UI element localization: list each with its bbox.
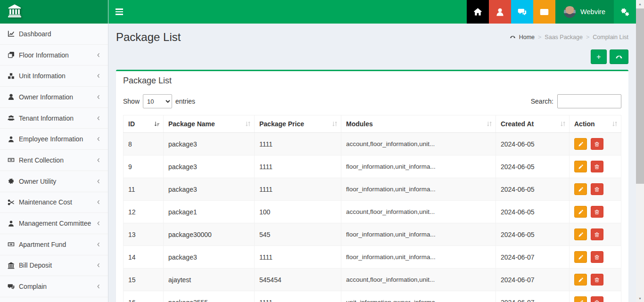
edit-button[interactable]	[574, 251, 587, 263]
nav-settings-button[interactable]	[614, 0, 636, 24]
edit-button[interactable]	[574, 138, 587, 150]
trash-icon	[594, 277, 600, 283]
sidebar-item-floor-information[interactable]: Floor Information	[0, 45, 108, 66]
nav-mail-button[interactable]	[533, 0, 555, 24]
sidebar-toggle-button[interactable]	[108, 0, 130, 24]
delete-button[interactable]	[591, 206, 603, 218]
cell-modules: unit_information,owner_informa...	[341, 291, 496, 302]
content-header: Package List Home > Saas Package > Compl…	[108, 24, 636, 45]
table-body: 8 package3 1111 account,floor_informatio…	[124, 133, 621, 302]
sidebar-item-bill-deposit[interactable]: Bill Deposit	[0, 255, 108, 277]
sidebar-item-unit-information[interactable]: Unit Information	[0, 65, 108, 87]
search-input[interactable]	[557, 94, 621, 108]
breadcrumb-home-link[interactable]: Home	[519, 34, 535, 41]
sidebar-item-rent-collection[interactable]: Rent Collection	[0, 150, 108, 171]
application-window: Dashboard Floor Information Unit Informa…	[0, 0, 644, 302]
table-row: 11 package3 1111 floor_information,unit_…	[124, 178, 621, 201]
nav-user-button[interactable]	[489, 0, 511, 24]
page-length-control: Show 10 entries	[123, 94, 195, 108]
sidebar-item-management-committee[interactable]: Management Committee	[0, 213, 108, 234]
avatar	[564, 6, 576, 18]
sidebar-item-complain[interactable]: Complain	[0, 276, 108, 297]
edit-button[interactable]	[574, 206, 587, 218]
sidebar-item-maintenance-cost[interactable]: Maintenance Cost	[0, 192, 108, 213]
trash-icon	[594, 232, 600, 237]
cell-modules: floor_information,unit_informa...	[341, 178, 496, 201]
cell-created-at: 2024-06-05	[496, 178, 570, 201]
column-header-modules[interactable]: Modules	[341, 115, 496, 133]
cell-id: 16	[124, 291, 164, 302]
sidebar-item-apartment-fund[interactable]: Apartment Fund	[0, 234, 108, 255]
delete-button[interactable]	[591, 229, 603, 240]
cogs-icon	[620, 8, 629, 16]
breadcrumb: Home > Saas Package > Complain List	[510, 34, 628, 41]
delete-button[interactable]	[591, 161, 603, 172]
cell-package-price: 100	[255, 201, 341, 223]
cell-created-at: 2024-06-07	[496, 269, 570, 291]
nav-home-button[interactable]	[467, 0, 489, 24]
column-header-package-name[interactable]: Package Name	[164, 115, 255, 133]
cell-action	[570, 178, 621, 201]
cubes-icon	[8, 73, 19, 80]
scrollbar[interactable]: ▲ ▼	[636, 0, 644, 302]
brand-logo[interactable]	[0, 0, 108, 24]
breadcrumb-separator: >	[538, 34, 541, 41]
cell-package-price: 1111	[255, 291, 341, 302]
sort-icon	[560, 121, 566, 127]
add-package-button[interactable]: +	[591, 49, 607, 64]
edit-button[interactable]	[574, 161, 587, 172]
pencil-icon	[578, 232, 584, 237]
delete-button[interactable]	[591, 183, 603, 195]
cell-action	[570, 223, 621, 246]
cell-package-name: ajaytest	[164, 269, 255, 291]
user-menu[interactable]: Webvire	[555, 0, 614, 24]
sidebar-item-employee-information[interactable]: Employee Information	[0, 129, 108, 150]
cell-created-at: 2024-06-05	[496, 155, 570, 178]
sidebar-item-owner-information[interactable]: Owner Information	[0, 87, 108, 108]
edit-button[interactable]	[574, 296, 587, 302]
cell-package-price: 1111	[255, 133, 341, 155]
scroll-down-arrow[interactable]: ▼	[636, 294, 644, 302]
sidebar-item-owner-utility[interactable]: Owner Utility	[0, 171, 108, 192]
sidebar-item-tenant-information[interactable]: Tenant Information	[0, 108, 108, 129]
edit-button[interactable]	[574, 183, 587, 195]
scroll-up-arrow[interactable]: ▲	[636, 0, 644, 8]
money-icon	[8, 241, 19, 248]
money-icon	[8, 156, 19, 163]
sort-icon	[331, 121, 338, 127]
entries-select[interactable]: 10	[143, 94, 172, 108]
cell-package-name: package3	[164, 246, 255, 269]
cell-modules: account,floor_information,unit...	[341, 269, 496, 291]
chevron-left-icon	[96, 284, 101, 289]
sidebar-menu: Dashboard Floor Information Unit Informa…	[0, 24, 108, 297]
pencil-icon	[578, 141, 584, 147]
column-header-action[interactable]: Action	[570, 115, 621, 133]
cell-id: 8	[124, 133, 164, 155]
chart-line-icon	[8, 30, 19, 37]
nav-messages-button[interactable]	[511, 0, 533, 24]
sidebar-item-dashboard[interactable]: Dashboard	[0, 24, 108, 45]
cell-created-at: 2024-06-05	[496, 223, 570, 246]
column-header-package-price[interactable]: Package Price	[255, 115, 341, 133]
cell-created-at: 2024-06-07	[496, 291, 570, 302]
delete-button[interactable]	[591, 138, 603, 150]
column-header-id[interactable]: ID	[124, 115, 164, 133]
delete-button[interactable]	[591, 274, 603, 286]
edit-button[interactable]	[574, 229, 587, 240]
edit-button[interactable]	[574, 274, 587, 286]
users-icon	[8, 114, 19, 122]
delete-button[interactable]	[591, 251, 603, 263]
chevron-left-icon	[96, 73, 101, 79]
sidebar: Dashboard Floor Information Unit Informa…	[0, 0, 108, 302]
trash-icon	[594, 187, 600, 192]
delete-button[interactable]	[591, 296, 603, 302]
cell-id: 9	[124, 155, 164, 178]
cell-package-name: package3555	[164, 291, 255, 302]
dashboard-shortcut-button[interactable]	[610, 49, 628, 64]
column-header-created-at[interactable]: Created At	[496, 115, 570, 133]
scrollbar-thumb[interactable]	[636, 8, 644, 184]
chevron-left-icon	[96, 242, 101, 247]
cell-modules: floor_information,unit_informa...	[341, 155, 496, 178]
trash-icon	[594, 209, 600, 215]
trash-icon	[594, 141, 600, 147]
